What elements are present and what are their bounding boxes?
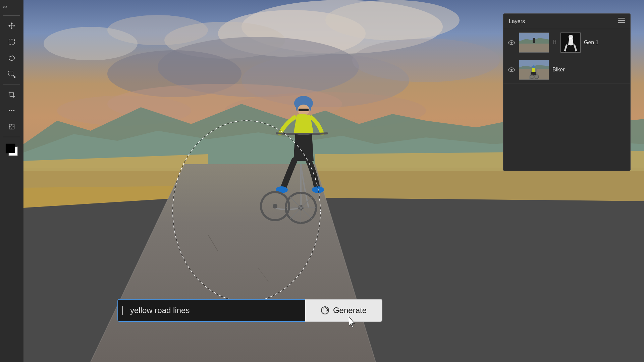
layers-title: Layers bbox=[509, 18, 525, 24]
svg-point-60 bbox=[511, 69, 513, 71]
generate-icon bbox=[320, 306, 330, 315]
crop-tool[interactable] bbox=[4, 87, 19, 102]
prompt-bar: Generate bbox=[117, 299, 382, 322]
svg-point-44 bbox=[273, 204, 277, 208]
more-tools[interactable] bbox=[4, 103, 19, 118]
layer-mask-gen1 bbox=[560, 33, 581, 53]
text-cursor bbox=[122, 306, 123, 315]
layers-panel: Layers bbox=[503, 13, 631, 171]
svg-point-22 bbox=[352, 39, 500, 82]
svg-point-8 bbox=[13, 110, 15, 111]
marquee-tool[interactable] bbox=[4, 35, 19, 49]
object-select-tool[interactable] bbox=[4, 67, 19, 81]
svg-point-58 bbox=[569, 35, 573, 39]
transform-tool[interactable] bbox=[4, 119, 19, 134]
svg-rect-3 bbox=[9, 71, 13, 75]
layer-item-biker[interactable]: Biker bbox=[503, 56, 630, 83]
layer-visibility-biker[interactable] bbox=[507, 66, 516, 74]
lasso-tool[interactable] bbox=[4, 51, 19, 65]
svg-point-53 bbox=[511, 42, 513, 44]
toolbar-separator-3 bbox=[3, 137, 20, 137]
color-swatches[interactable] bbox=[4, 142, 19, 157]
svg-point-63 bbox=[532, 65, 535, 68]
layers-menu-button[interactable] bbox=[618, 18, 625, 25]
svg-rect-51 bbox=[618, 22, 625, 23]
prompt-input[interactable] bbox=[117, 299, 305, 322]
svg-rect-49 bbox=[618, 18, 625, 19]
generate-button[interactable]: Generate bbox=[305, 299, 382, 322]
move-tool[interactable] bbox=[4, 18, 19, 33]
layer-name-gen1: Gen 1 bbox=[584, 40, 626, 46]
layers-header: Layers bbox=[503, 14, 630, 29]
layer-visibility-gen1[interactable] bbox=[507, 39, 516, 47]
svg-point-7 bbox=[11, 110, 12, 111]
left-toolbar: >> bbox=[0, 0, 23, 362]
svg-point-18 bbox=[44, 27, 138, 60]
layer-name-biker: Biker bbox=[552, 67, 626, 73]
layer-link-icon bbox=[552, 39, 557, 47]
svg-rect-2 bbox=[9, 39, 15, 45]
svg-point-15 bbox=[325, 0, 460, 40]
svg-rect-50 bbox=[618, 20, 625, 21]
svg-rect-55 bbox=[519, 43, 549, 53]
toolbar-collapse-button[interactable]: >> bbox=[0, 3, 23, 11]
toolbar-separator-2 bbox=[3, 84, 20, 84]
prompt-input-wrapper bbox=[117, 299, 305, 322]
svg-rect-33 bbox=[299, 109, 309, 111]
canvas-area: Generate Layers bbox=[23, 0, 644, 362]
svg-rect-5 bbox=[10, 93, 14, 97]
layer-item-gen1[interactable]: Gen 1 bbox=[503, 29, 630, 56]
generate-label: Generate bbox=[333, 306, 367, 315]
svg-point-4 bbox=[14, 76, 15, 78]
layer-thumbnail-gen1 bbox=[519, 33, 549, 53]
svg-rect-56 bbox=[533, 38, 535, 43]
foreground-color-swatch[interactable] bbox=[6, 144, 15, 153]
layer-thumbnail-biker bbox=[519, 60, 549, 80]
toolbar-separator-1 bbox=[3, 15, 20, 16]
svg-point-6 bbox=[9, 110, 10, 111]
svg-rect-64 bbox=[532, 68, 535, 72]
